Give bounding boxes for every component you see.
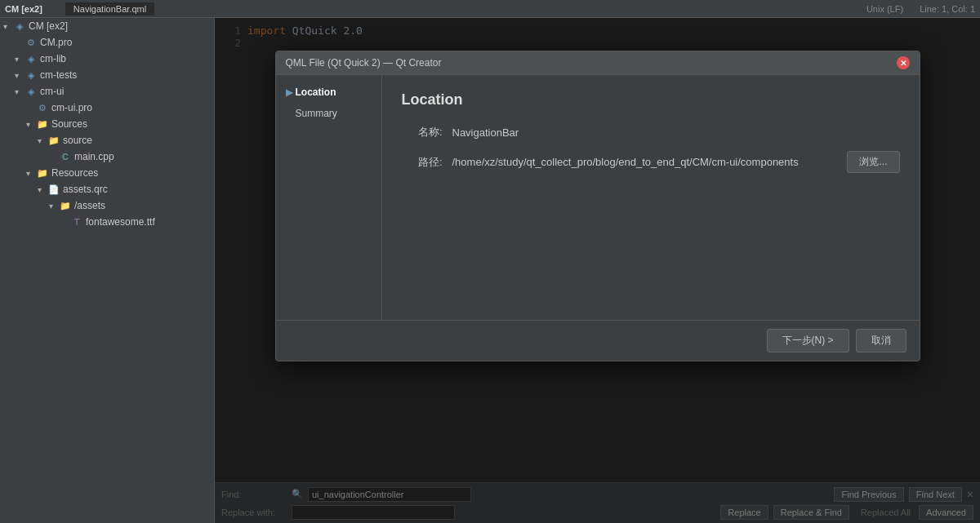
- dialog-content: Location 名称: NavigationBar 路径: /home/xz/…: [382, 75, 920, 320]
- tree-item-resources[interactable]: ▾📁Resources: [0, 165, 214, 181]
- label-main-cpp: main.cpp: [74, 151, 114, 162]
- tree-item-source[interactable]: ▾📁source: [0, 132, 214, 148]
- dialog-titlebar: QML File (Qt Quick 2) — Qt Creator ✕: [276, 51, 920, 75]
- section-title: Location: [402, 91, 900, 109]
- icon-cm-ui-pro: ⚙: [36, 101, 49, 114]
- label-cm-tests: cm-tests: [40, 69, 77, 81]
- tree-item-assets-qrc[interactable]: ▾📄assets.qrc: [0, 181, 214, 197]
- icon-assets-folder: 📁: [59, 199, 72, 212]
- nav-item-summary[interactable]: Summary: [276, 103, 381, 124]
- dialog: QML File (Qt Quick 2) — Qt Creator ✕ ▶ L…: [275, 51, 920, 361]
- tree-item-fontawesome[interactable]: Tfontawesome.ttf: [0, 214, 214, 230]
- dialog-overlay: QML File (Qt Quick 2) — Qt Creator ✕ ▶ L…: [215, 18, 980, 523]
- tree-item-assets-folder[interactable]: ▾📁/assets: [0, 197, 214, 214]
- label-resources: Resources: [51, 167, 98, 179]
- label-sources: Sources: [51, 118, 87, 130]
- dialog-close-button[interactable]: ✕: [897, 56, 910, 69]
- icon-cm-tests: ◈: [24, 69, 38, 82]
- dialog-body: ▶ Location Summary Location 名称: Na: [276, 75, 920, 320]
- name-row: 名称: NavigationBar: [402, 125, 900, 140]
- app-title: CM [ex2]: [5, 4, 42, 14]
- path-value: /home/xz/study/qt_collect_pro/blog/end_t…: [452, 156, 840, 168]
- dialog-title: QML File (Qt Quick 2) — Qt Creator: [286, 57, 442, 69]
- icon-cm-ui: ◈: [24, 85, 38, 98]
- tree-item-cm-pro[interactable]: ⚙CM.pro: [0, 34, 214, 51]
- icon-sources: 📁: [36, 117, 49, 131]
- status-line: Line: 1, Col: 1: [920, 4, 975, 14]
- tree-item-cm-lib[interactable]: ▾◈cm-lib: [0, 51, 214, 67]
- tree-item-main-cpp[interactable]: Cmain.cpp: [0, 148, 214, 165]
- tree-item-cm-ui[interactable]: ▾◈cm-ui: [0, 83, 214, 100]
- tree-item-cm-ui-pro[interactable]: ⚙cm-ui.pro: [0, 100, 214, 116]
- label-cm-lib: cm-lib: [40, 53, 66, 64]
- tab-label[interactable]: NavigationBar.qml: [65, 2, 154, 16]
- next-button[interactable]: 下一步(N) >: [767, 329, 849, 352]
- icon-fontawesome: T: [70, 215, 83, 228]
- tree-item-sources[interactable]: ▾📁Sources: [0, 116, 214, 132]
- path-row: 路径: /home/xz/study/qt_collect_pro/blog/e…: [402, 151, 900, 173]
- dialog-nav: ▶ Location Summary: [276, 75, 382, 320]
- tree-item-cm-tests[interactable]: ▾◈cm-tests: [0, 67, 214, 83]
- label-source: source: [63, 135, 92, 146]
- icon-source: 📁: [47, 134, 60, 147]
- icon-assets-qrc: 📄: [47, 183, 60, 196]
- nav-location-label: Location: [296, 86, 336, 98]
- label-fontawesome: fontawesome.ttf: [86, 216, 155, 228]
- dialog-footer: 下一步(N) > 取消: [276, 320, 920, 361]
- sidebar: ▾◈CM [ex2]⚙CM.pro▾◈cm-lib▾◈cm-tests▾◈cm-…: [0, 18, 215, 523]
- name-label: 名称:: [402, 125, 443, 140]
- label-assets-folder: /assets: [74, 200, 105, 211]
- top-bar: CM [ex2] NavigationBar.qml Unix (LF) Lin…: [0, 0, 980, 18]
- nav-item-location[interactable]: ▶ Location: [276, 82, 381, 103]
- nav-summary-label: Summary: [296, 108, 337, 119]
- name-value: NavigationBar: [452, 126, 519, 139]
- tree-item-cm-ex2[interactable]: ▾◈CM [ex2]: [0, 18, 214, 34]
- label-cm-ui: cm-ui: [40, 86, 64, 97]
- browse-button[interactable]: 浏览...: [847, 151, 899, 173]
- icon-cm-ex2: ◈: [13, 20, 26, 33]
- cancel-button[interactable]: 取消: [856, 329, 906, 352]
- label-cm-pro: CM.pro: [40, 37, 72, 48]
- label-assets-qrc: assets.qrc: [63, 184, 108, 195]
- icon-resources: 📁: [36, 166, 49, 180]
- label-cm-ui-pro: cm-ui.pro: [51, 102, 92, 113]
- path-label: 路径:: [402, 155, 443, 170]
- label-cm-ex2: CM [ex2]: [29, 20, 68, 32]
- status-unix: Unix (LF): [866, 4, 903, 14]
- content-area: 1 import QtQuick 2.0 2 QML File (Qt Quic…: [215, 18, 980, 523]
- icon-cm-lib: ◈: [24, 52, 38, 65]
- icon-main-cpp: C: [59, 150, 72, 163]
- icon-cm-pro: ⚙: [24, 36, 38, 49]
